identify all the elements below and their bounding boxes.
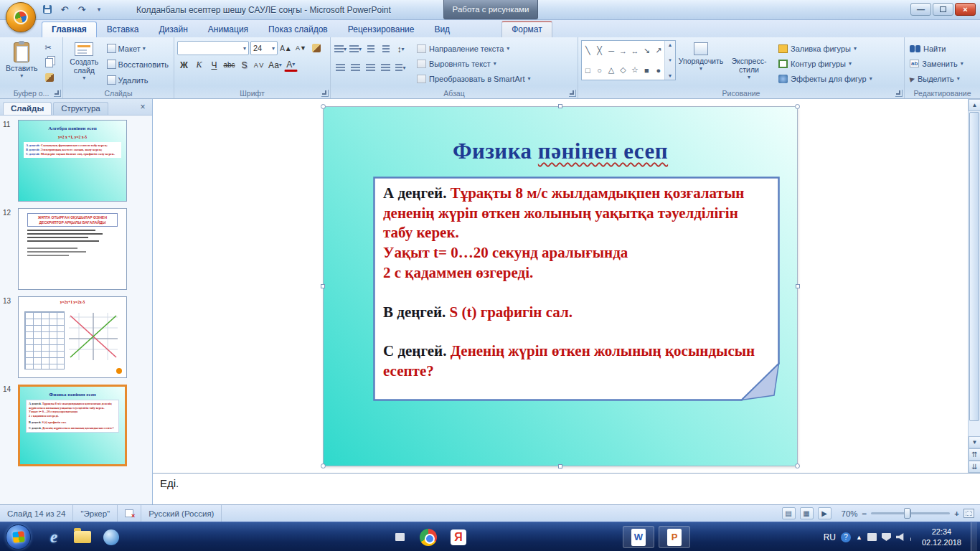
columns-button[interactable]: ▾ xyxy=(394,61,407,75)
replace-button[interactable]: ab Заменить ▾ xyxy=(908,57,977,70)
grow-font-button[interactable]: А▲ xyxy=(279,42,293,55)
tab-slides-pane[interactable]: Слайды xyxy=(3,102,52,115)
redo-icon[interactable]: ↷ xyxy=(75,3,89,16)
decrease-indent-button[interactable] xyxy=(364,42,377,56)
find-button[interactable]: Найти xyxy=(908,42,977,55)
select-button[interactable]: ▶ Выделить ▾ xyxy=(908,72,977,85)
shape-icon[interactable]: → xyxy=(619,47,627,55)
delete-slide-button[interactable]: Удалить xyxy=(105,73,171,87)
minimize-button[interactable]: — xyxy=(910,3,931,16)
security-icon[interactable] xyxy=(882,533,891,541)
internet-explorer-icon[interactable]: e xyxy=(42,526,66,548)
italic-button[interactable]: К xyxy=(192,58,206,72)
scrollbar-thumb[interactable] xyxy=(969,112,979,421)
volume-icon[interactable] xyxy=(896,533,905,541)
help-icon[interactable]: ? xyxy=(841,532,851,542)
slide-thumbnail-12[interactable]: 12 ЖҰПТА ОТЫРҒАН ОҚУШЫЛАР ӨЗІНЕН ДЕСКРИП… xyxy=(3,208,149,290)
shape-icon[interactable]: ─ xyxy=(608,47,614,55)
shape-icon[interactable]: ☆ xyxy=(631,65,639,75)
display-icon[interactable] xyxy=(867,533,877,541)
font-size-combo[interactable]: 24 ▾ xyxy=(250,41,278,55)
language-indicator[interactable]: RU xyxy=(824,532,836,542)
align-center-button[interactable] xyxy=(349,61,362,75)
copy-button[interactable] xyxy=(43,55,59,70)
reset-slide-button[interactable]: Восстановить xyxy=(105,57,171,71)
tab-animation[interactable]: Анимация xyxy=(198,22,258,37)
justify-button[interactable] xyxy=(379,61,392,75)
shape-fill-button[interactable]: Заливка фигуры ▾ xyxy=(776,42,875,55)
shape-icon[interactable]: ↘ xyxy=(644,46,650,55)
yandex-icon[interactable]: Я xyxy=(446,526,471,548)
zoom-slider[interactable] xyxy=(871,512,950,514)
network-icon[interactable] xyxy=(910,533,913,541)
selection-handle[interactable] xyxy=(795,104,800,109)
layout-button[interactable]: Макет ▾ xyxy=(105,42,171,55)
office-button[interactable] xyxy=(6,2,36,32)
align-text-button[interactable]: Выровнять текст ▾ xyxy=(415,57,532,70)
align-right-button[interactable] xyxy=(364,61,377,75)
word-taskbar-button[interactable]: W xyxy=(623,526,654,548)
close-button[interactable]: × xyxy=(955,3,976,16)
convert-smartart-button[interactable]: Преобразовать в SmartArt ▾ xyxy=(415,72,532,85)
shape-icon[interactable]: ↔ xyxy=(631,47,639,55)
selection-handle[interactable] xyxy=(321,463,326,468)
slide-textbox[interactable]: А деңгей. Тұрақты 8 м/с жылдамдықпен қоз… xyxy=(373,176,780,401)
shape-icon[interactable]: ↗ xyxy=(655,46,661,55)
zoom-in-button[interactable]: + xyxy=(954,509,959,518)
shape-effects-button[interactable]: Эффекты для фигур ▾ xyxy=(776,72,875,85)
line-spacing-button[interactable]: ↕▾ xyxy=(394,42,407,56)
font-dialog-launcher-icon[interactable] xyxy=(321,90,329,97)
shrink-font-button[interactable]: А▼ xyxy=(294,42,308,55)
text-direction-button[interactable]: Направление текста ▾ xyxy=(415,42,532,55)
zoom-percentage[interactable]: 70% xyxy=(842,509,858,518)
clipboard-dialog-launcher-icon[interactable] xyxy=(54,90,61,97)
undo-icon[interactable]: ↶ xyxy=(57,3,72,16)
text-shadow-button[interactable]: S xyxy=(237,58,251,72)
cut-button[interactable]: ✂ xyxy=(43,40,59,55)
tab-design[interactable]: Дизайн xyxy=(149,22,197,37)
shapes-more-icon[interactable]: ▾ xyxy=(669,57,672,63)
shapes-scrollbar[interactable]: ▲ ▾ ▼ xyxy=(664,41,675,80)
clock[interactable]: 22:34 02.12.2018 xyxy=(918,527,966,548)
drawing-dialog-launcher-icon[interactable] xyxy=(895,90,903,97)
vertical-scrollbar[interactable]: ▲ ▼ ⇈ ⇊ xyxy=(968,99,980,473)
selection-handle[interactable] xyxy=(795,463,800,468)
explorer-folder-icon[interactable] xyxy=(70,526,95,548)
slide-sorter-view-button[interactable]: ▦ xyxy=(800,507,814,519)
app-icon-small[interactable] xyxy=(387,526,412,548)
font-color-button[interactable]: А▾ xyxy=(284,58,298,72)
previous-slide-icon[interactable]: ⇈ xyxy=(969,448,980,461)
shapes-scroll-up-icon[interactable]: ▲ xyxy=(668,42,673,47)
arrange-button[interactable]: Упорядочить ▾ xyxy=(680,40,722,85)
zoom-slider-thumb[interactable] xyxy=(904,508,910,519)
notes-pane[interactable]: Еді. xyxy=(153,473,980,504)
scroll-up-icon[interactable]: ▲ xyxy=(969,99,980,111)
strikethrough-button[interactable]: abc xyxy=(222,58,236,72)
shape-icon[interactable]: ● xyxy=(656,66,661,75)
scroll-down-icon[interactable]: ▼ xyxy=(969,436,980,448)
numbering-button[interactable]: ▾ xyxy=(349,42,362,56)
normal-view-button[interactable]: ▤ xyxy=(782,507,796,519)
shape-icon[interactable]: ╲ xyxy=(585,46,590,55)
tab-home[interactable]: Главная xyxy=(42,22,97,37)
chrome-icon[interactable] xyxy=(416,526,440,548)
tab-format[interactable]: Формат xyxy=(501,21,552,37)
start-button[interactable] xyxy=(6,524,31,550)
shape-icon[interactable]: ■ xyxy=(644,66,649,75)
tab-insert[interactable]: Вставка xyxy=(97,22,149,37)
qat-dropdown-icon[interactable]: ▾ xyxy=(92,3,106,16)
close-pane-icon[interactable]: × xyxy=(138,102,148,112)
clear-formatting-button[interactable] xyxy=(309,42,323,55)
selection-handle[interactable] xyxy=(558,104,562,108)
show-hidden-icons[interactable]: ▲ xyxy=(856,534,862,541)
character-spacing-button[interactable]: AV xyxy=(253,58,266,72)
maximize-button[interactable] xyxy=(933,3,953,16)
slide-thumbnail-13[interactable]: 13 у=2х+1 у=2х-5 xyxy=(3,296,149,378)
selection-handle[interactable] xyxy=(796,284,800,288)
shape-icon[interactable]: □ xyxy=(585,66,590,75)
shape-icon[interactable]: ○ xyxy=(597,66,602,75)
quick-styles-button[interactable]: Экспресс-стили ▾ xyxy=(726,40,772,85)
shape-icon[interactable]: △ xyxy=(608,65,614,75)
save-icon[interactable] xyxy=(40,3,55,16)
slide-thumbnail-14-selected[interactable]: 14 Физика пәнінен есеп А деңгей. Тұрақты… xyxy=(3,385,149,466)
